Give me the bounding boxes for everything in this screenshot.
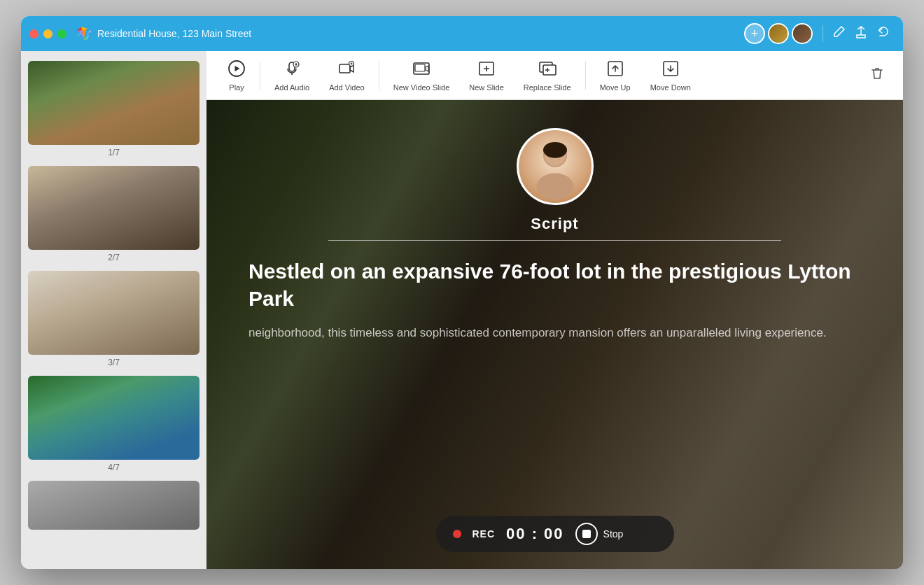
- stop-label: Stop: [603, 528, 624, 540]
- rec-indicator: [453, 530, 461, 538]
- toolbar-divider-1: [260, 62, 260, 90]
- slide-panel: 1/7 2/7 3/7 4/7: [21, 51, 206, 569]
- collaborator-avatar-1: [768, 23, 789, 44]
- new-video-slide-icon: [412, 59, 430, 80]
- script-label: Script: [531, 215, 578, 233]
- add-collaborator-button[interactable]: +: [744, 23, 765, 44]
- move-up-label: Move Up: [600, 83, 631, 92]
- close-button[interactable]: [29, 29, 38, 38]
- svg-rect-5: [340, 64, 350, 73]
- titlebar-divider: [822, 25, 823, 42]
- toolbar-divider-2: [379, 62, 379, 90]
- add-audio-label: Add Audio: [274, 83, 309, 92]
- slide-headline: Nestled on an expansive 76-foot lot in t…: [206, 258, 903, 312]
- play-button[interactable]: Play: [218, 54, 255, 97]
- slide-preview: Script Nestled on an expansive 76-foot l…: [206, 100, 903, 569]
- stop-square: [582, 530, 591, 538]
- traffic-lights: [29, 29, 66, 38]
- new-video-slide-label: New Video Slide: [393, 83, 450, 92]
- rec-timer: 00 : 00: [506, 525, 564, 543]
- add-audio-icon: [283, 59, 301, 80]
- main-area: 1/7 2/7 3/7 4/7: [21, 51, 903, 569]
- collaborator-avatar-2: [792, 23, 813, 44]
- move-up-icon: [606, 59, 624, 80]
- slide-thumbnail-2[interactable]: 2/7: [28, 166, 200, 262]
- add-video-label: Add Video: [329, 83, 365, 92]
- app-logo: 🪁: [76, 26, 92, 41]
- move-down-label: Move Down: [650, 83, 691, 92]
- new-slide-label: New Slide: [469, 83, 504, 92]
- undo-button[interactable]: [872, 22, 895, 45]
- play-label: Play: [229, 83, 244, 92]
- rec-label: REC: [472, 528, 496, 540]
- move-down-icon: [662, 59, 680, 80]
- replace-slide-label: Replace Slide: [524, 83, 571, 92]
- add-audio-button[interactable]: Add Audio: [265, 54, 319, 97]
- content-area: Play Add Audio: [206, 51, 903, 569]
- svg-point-24: [542, 142, 566, 158]
- new-video-slide-button[interactable]: New Video Slide: [384, 54, 460, 97]
- replace-slide-button[interactable]: Replace Slide: [514, 54, 581, 97]
- slide-content: Script Nestled on an expansive 76-foot l…: [206, 100, 903, 569]
- delete-slide-button[interactable]: [862, 60, 892, 90]
- new-slide-button[interactable]: New Slide: [459, 54, 514, 97]
- toolbar: Play Add Audio: [206, 51, 903, 100]
- stop-button[interactable]: Stop: [575, 523, 624, 545]
- slide-label-2: 2/7: [28, 253, 200, 262]
- share-button[interactable]: [850, 22, 872, 45]
- app-window: 🪁 Residential House, 123 Main Street +: [21, 16, 903, 569]
- move-up-button[interactable]: Move Up: [590, 54, 640, 97]
- maximize-button[interactable]: [57, 29, 66, 38]
- slide-label-1: 1/7: [28, 148, 200, 157]
- window-title: Residential House, 123 Main Street: [97, 28, 744, 39]
- slide-thumbnail-4[interactable]: 4/7: [28, 376, 200, 472]
- slide-thumbnail-1[interactable]: 1/7: [28, 61, 200, 157]
- slide-label-3: 3/7: [28, 358, 200, 367]
- titlebar: 🪁 Residential House, 123 Main Street +: [21, 16, 903, 51]
- stop-icon: [575, 523, 598, 545]
- recording-bar: REC 00 : 00 Stop: [436, 516, 674, 552]
- move-down-button[interactable]: Move Down: [640, 54, 701, 97]
- add-video-icon: [337, 59, 356, 80]
- replace-slide-icon: [538, 59, 556, 80]
- edit-button[interactable]: [827, 22, 850, 45]
- script-divider: [328, 240, 781, 241]
- minimize-button[interactable]: [43, 29, 52, 38]
- new-slide-icon: [477, 59, 496, 80]
- add-video-button[interactable]: Add Video: [319, 54, 374, 97]
- agent-avatar: [517, 128, 594, 205]
- collaborators: +: [744, 23, 813, 44]
- play-icon: [227, 59, 246, 80]
- toolbar-divider-3: [585, 62, 586, 90]
- slide-thumbnail-5[interactable]: [28, 481, 200, 530]
- slide-label-4: 4/7: [28, 463, 200, 472]
- slide-thumbnail-3[interactable]: 3/7: [28, 271, 200, 367]
- slide-body: neighborhood, this timeless and sophisti…: [206, 323, 903, 342]
- svg-rect-10: [415, 64, 425, 71]
- svg-point-22: [536, 173, 573, 199]
